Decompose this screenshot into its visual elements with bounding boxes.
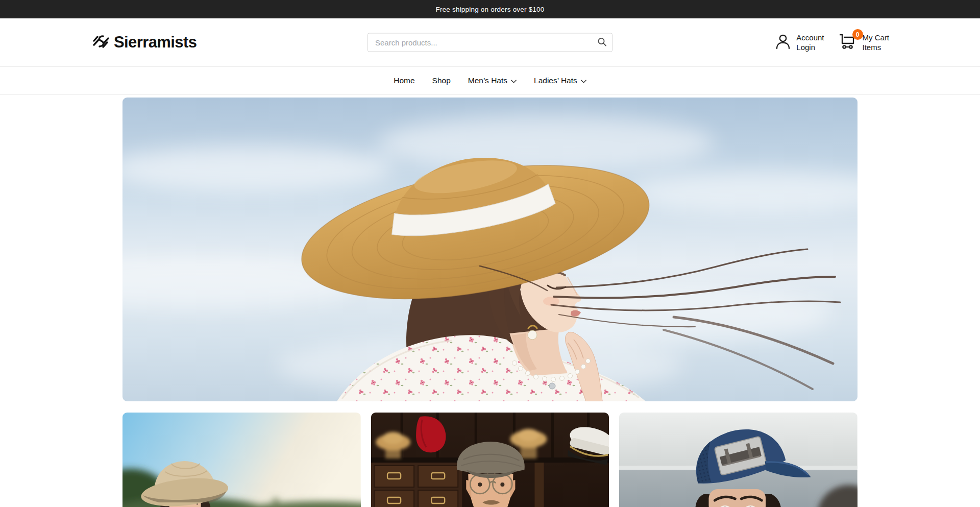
nav-label-ladies-hats: Ladies’ Hats [534, 76, 577, 85]
category-card-mens-hats[interactable] [371, 413, 609, 507]
nav-item-mens-hats[interactable]: Men’s Hats [467, 73, 518, 88]
page: Free shipping on orders over $100 Sierra… [0, 0, 980, 507]
hero-image [122, 98, 857, 401]
account-link[interactable]: Account Login [775, 33, 824, 52]
logo-text: Sierramists [114, 33, 197, 52]
main-nav: Home Shop Men’s Hats Ladies’ Hats [0, 66, 980, 95]
category-cards [122, 413, 857, 507]
announcement-text: Free shipping on orders over $100 [436, 6, 545, 13]
login-label: Login [796, 43, 824, 52]
flat-cap-image [371, 413, 609, 507]
trucker-cap-image [619, 413, 857, 507]
search-button[interactable] [592, 34, 611, 51]
cart-items-label: Items [863, 43, 890, 52]
category-card-trucker-caps[interactable] [619, 413, 857, 507]
header: Sierramists [0, 18, 980, 66]
announcement-bar: Free shipping on orders over $100 [0, 0, 980, 18]
cart-label: My Cart [863, 33, 890, 42]
search-icon [597, 37, 607, 48]
nav-label-mens-hats: Men’s Hats [468, 76, 507, 85]
nav-label-shop: Shop [432, 76, 451, 85]
account-label: Account [796, 33, 824, 42]
chevron-down-icon [581, 76, 586, 85]
nav-item-shop[interactable]: Shop [431, 73, 452, 88]
cart-link[interactable]: 0 My Cart Items [839, 33, 890, 52]
nav-label-home: Home [394, 76, 414, 85]
search-bar [368, 33, 612, 52]
logo-icon [92, 33, 110, 52]
bucket-hat-image [122, 413, 361, 507]
hero-banner[interactable] [122, 98, 857, 401]
chevron-down-icon [511, 76, 517, 85]
category-card-bucket-hats[interactable] [122, 413, 361, 507]
main-content [122, 95, 857, 507]
header-actions: Account Login 0 [775, 33, 889, 52]
logo[interactable]: Sierramists [92, 33, 197, 52]
nav-item-ladies-hats[interactable]: Ladies’ Hats [533, 73, 587, 88]
search-input[interactable] [368, 33, 612, 52]
user-icon [775, 33, 791, 52]
nav-item-home[interactable]: Home [393, 73, 415, 88]
cart-count-badge: 0 [852, 29, 863, 40]
